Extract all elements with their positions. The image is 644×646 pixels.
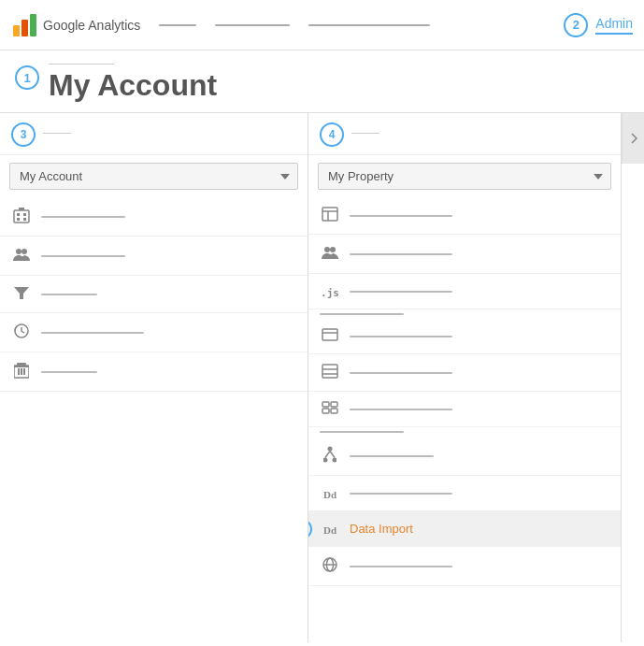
svg-rect-7 [23, 218, 26, 221]
item-label [350, 566, 452, 567]
svg-rect-31 [331, 402, 337, 407]
svg-rect-0 [13, 25, 20, 36]
account-badge: 3 [11, 122, 36, 147]
property-column: 4 My Property [308, 113, 622, 642]
users-icon-2 [320, 244, 340, 264]
list-item[interactable] [0, 197, 308, 237]
logo-text: Google Analytics [43, 18, 140, 33]
item-label [41, 294, 97, 295]
svg-line-37 [330, 452, 335, 458]
svg-point-33 [328, 447, 333, 452]
list-item[interactable] [0, 237, 308, 276]
globe-icon [320, 556, 340, 576]
header-badge: 2 [564, 13, 588, 37]
property-col-area: 4 My Property [308, 113, 644, 642]
list-item[interactable] [308, 319, 621, 354]
property-dropdown[interactable]: My Property [318, 163, 611, 190]
svg-marker-11 [14, 287, 29, 299]
property-separator-1 [308, 309, 621, 319]
property-col-header-text [351, 133, 379, 136]
list-item[interactable] [308, 547, 621, 586]
nav-line-2 [215, 24, 290, 26]
svg-rect-29 [322, 402, 329, 407]
list-item[interactable] [0, 352, 308, 392]
dd-text-label: Dd [323, 489, 336, 500]
main-content: 3 My Account [0, 112, 644, 642]
card-icon [320, 328, 340, 344]
fork-icon [320, 446, 340, 466]
account-col-header-text [43, 133, 71, 136]
page-title-container: My Account [49, 64, 217, 103]
item-label [350, 215, 452, 217]
svg-rect-24 [322, 329, 337, 340]
users-icon [11, 246, 32, 266]
separator-line [320, 313, 404, 315]
page-title-underline [49, 64, 114, 65]
list-item[interactable] [308, 235, 621, 274]
list-item[interactable] [308, 354, 621, 392]
list-item[interactable] [308, 392, 621, 427]
building-icon [11, 207, 32, 226]
nav-line-3 [308, 24, 430, 26]
item-label [41, 216, 125, 218]
dd-icon-highlight: Dd [320, 521, 340, 537]
svg-rect-32 [331, 409, 337, 413]
account-column: 3 My Account [0, 113, 308, 642]
svg-rect-1 [21, 20, 28, 36]
header-nav [159, 24, 564, 26]
list-item[interactable] [308, 197, 621, 235]
trash-icon [11, 362, 32, 381]
page-title-section: 1 My Account [0, 50, 644, 112]
svg-point-9 [16, 249, 21, 254]
history-icon [11, 323, 32, 342]
list-item-highlighted[interactable]: 5 Dd Data Import [308, 511, 621, 547]
js-text-label: .js [321, 287, 339, 299]
item-label [41, 255, 125, 257]
item-label [350, 493, 452, 495]
dd-icon: Dd [320, 485, 340, 501]
svg-rect-3 [14, 210, 29, 223]
nav-line-1 [159, 24, 196, 26]
svg-rect-6 [17, 218, 20, 221]
item-label [41, 332, 144, 334]
filter-icon [11, 285, 32, 303]
svg-rect-14 [18, 368, 20, 375]
layout-icon [320, 207, 340, 224]
property-arrow-button[interactable] [622, 113, 644, 164]
account-col-header: 3 [0, 113, 308, 155]
account-dropdown-wrap[interactable]: My Account [0, 155, 308, 197]
item-label [350, 372, 452, 374]
list-item[interactable]: Dd [308, 476, 621, 511]
svg-point-35 [333, 458, 337, 463]
svg-point-22 [324, 247, 330, 252]
admin-link[interactable]: Admin [595, 16, 633, 35]
account-dropdown[interactable]: My Account [9, 163, 298, 190]
link-icon [320, 401, 340, 417]
item-label [350, 409, 452, 410]
item-label [350, 455, 434, 457]
page-badge: 1 [15, 65, 39, 90]
list-item[interactable] [308, 437, 621, 476]
svg-line-36 [325, 452, 330, 458]
list-item[interactable] [0, 276, 308, 313]
item-label [350, 253, 452, 255]
property-separator-2 [308, 427, 621, 437]
svg-rect-15 [21, 368, 22, 375]
svg-rect-17 [17, 363, 26, 366]
svg-rect-18 [14, 366, 29, 367]
svg-rect-2 [30, 14, 36, 36]
page-title: My Account [49, 68, 217, 103]
svg-rect-4 [17, 213, 20, 216]
item-label [350, 336, 452, 337]
property-col-underline [351, 133, 379, 134]
svg-rect-8 [19, 208, 24, 210]
separator-line-2 [320, 431, 404, 433]
list-icon [320, 364, 340, 381]
svg-rect-26 [322, 365, 337, 378]
property-dropdown-wrap[interactable]: My Property [308, 155, 621, 197]
svg-point-34 [323, 458, 328, 463]
header: Google Analytics 2 Admin [0, 0, 644, 50]
header-right: 2 Admin [564, 13, 633, 37]
list-item[interactable]: .js [308, 274, 621, 309]
list-item[interactable] [0, 313, 308, 352]
